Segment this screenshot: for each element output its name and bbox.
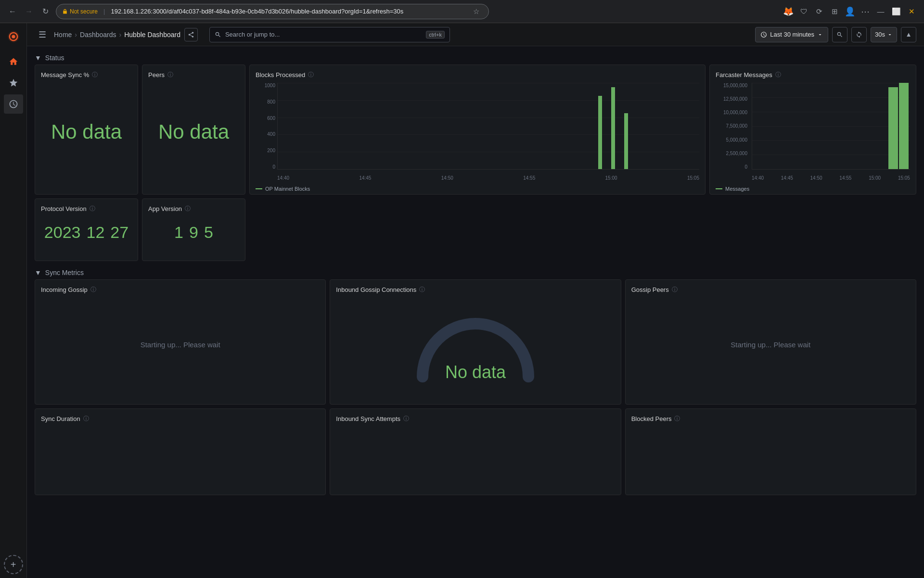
app-version-header: App Version ⓘ bbox=[148, 205, 239, 213]
message-sync-info-icon[interactable]: ⓘ bbox=[92, 71, 98, 79]
inbound-sync-attempts-header: Inbound Sync Attempts ⓘ bbox=[336, 415, 615, 423]
sidebar-item-star[interactable] bbox=[4, 73, 23, 92]
peers-panel: Peers ⓘ No data bbox=[142, 65, 245, 195]
profile-icon[interactable]: 👤 bbox=[843, 5, 857, 18]
refresh-button[interactable]: ↻ bbox=[38, 5, 52, 18]
breadcrumb-separator-2: › bbox=[119, 31, 122, 39]
status-section-header[interactable]: ▼ Status bbox=[35, 50, 916, 65]
inbound-gossip-title: Inbound Gossip Connections bbox=[336, 286, 416, 293]
grafana-search[interactable]: Search or jump to... ctrl+k bbox=[209, 27, 450, 42]
refresh-rate-label: 30s bbox=[875, 31, 885, 38]
zoom-out-button[interactable] bbox=[832, 27, 847, 42]
refresh-sync-button[interactable] bbox=[851, 27, 867, 42]
app-version-panel: App Version ⓘ 1 9 5 bbox=[142, 198, 245, 261]
ext-icon-3[interactable]: ⟳ bbox=[812, 5, 826, 18]
collapse-rows-button[interactable]: ▲ bbox=[901, 27, 916, 42]
peers-info-icon[interactable]: ⓘ bbox=[167, 71, 173, 79]
status-chevron: ▼ bbox=[35, 54, 41, 62]
blocks-processed-header: Blocks Processed ⓘ bbox=[256, 71, 699, 79]
inbound-gossip-value: No data bbox=[445, 362, 506, 382]
app-version-value: 1 9 5 bbox=[148, 217, 239, 248]
ext-icon-1[interactable]: 🦊 bbox=[782, 5, 795, 18]
top-bar: ☰ Home › Dashboards › Hubble Dashboard S… bbox=[27, 23, 924, 46]
blocks-legend-color bbox=[256, 188, 262, 189]
blocks-chart-legend: OP Mainnet Blocks bbox=[256, 184, 699, 192]
breadcrumb-separator-1: › bbox=[75, 31, 77, 39]
farcaster-chart-x-labels: 14:40 14:45 14:50 14:55 15:00 15:05 bbox=[752, 172, 910, 184]
peers-header: Peers ⓘ bbox=[148, 71, 239, 79]
dashboard-area: ▼ Status Message Sync % ⓘ No data Peers bbox=[27, 46, 924, 578]
url-bar[interactable]: Not secure | 192.168.1.226:3000/d/af04c0… bbox=[56, 4, 489, 19]
inbound-gossip-gauge: No data bbox=[336, 298, 615, 394]
gossip-peers-info-icon[interactable]: ⓘ bbox=[672, 286, 678, 294]
sidebar-add-button[interactable]: + bbox=[4, 555, 23, 574]
back-button[interactable]: ← bbox=[6, 5, 19, 18]
maximize-button[interactable]: ⬜ bbox=[889, 5, 903, 18]
message-sync-value: No data bbox=[41, 83, 132, 181]
browser-actions: 🦊 🛡 ⟳ ⊞ 👤 ⋯ — ⬜ ✕ bbox=[782, 5, 918, 18]
search-shortcut: ctrl+k bbox=[426, 31, 445, 39]
sidebar: + bbox=[0, 23, 27, 578]
minimize-button[interactable]: — bbox=[874, 5, 887, 18]
incoming-gossip-title: Incoming Gossip bbox=[41, 286, 88, 293]
farcaster-chart-bars bbox=[752, 83, 910, 169]
farcaster-legend-label: Messages bbox=[725, 186, 749, 192]
blocks-processed-panel: Blocks Processed ⓘ 1000 800 600 400 200 … bbox=[249, 65, 706, 195]
farcaster-legend-color bbox=[716, 188, 722, 189]
inbound-gossip-info-icon[interactable]: ⓘ bbox=[419, 286, 425, 294]
blocks-processed-info-icon[interactable]: ⓘ bbox=[308, 71, 314, 79]
incoming-gossip-info-icon[interactable]: ⓘ bbox=[90, 286, 96, 294]
blocked-peers-info-icon[interactable]: ⓘ bbox=[674, 415, 680, 423]
sync-metrics-label: Sync Metrics bbox=[45, 269, 84, 276]
farcaster-info-icon[interactable]: ⓘ bbox=[775, 71, 781, 79]
hamburger-button[interactable]: ☰ bbox=[35, 27, 50, 42]
breadcrumb-home[interactable]: Home bbox=[54, 31, 72, 39]
url-text: 192.168.1.226:3000/d/af04c037-bd8f-484a-… bbox=[111, 8, 403, 15]
ext-icon-4[interactable]: ⊞ bbox=[828, 5, 841, 18]
search-placeholder: Search or jump to... bbox=[225, 31, 280, 38]
grafana-shell: + ☰ Home › Dashboards › Hubble Dashboard… bbox=[0, 23, 924, 578]
sync-duration-header: Sync Duration ⓘ bbox=[41, 415, 320, 423]
sidebar-item-clock[interactable] bbox=[4, 94, 23, 114]
protocol-version-value: 2023 12 27 bbox=[41, 217, 132, 248]
sync-duration-title: Sync Duration bbox=[41, 415, 80, 422]
incoming-gossip-header: Incoming Gossip ⓘ bbox=[41, 286, 320, 294]
top-bar-right: Last 30 minutes 30s ▲ bbox=[755, 27, 916, 42]
sync-metrics-row-2: Sync Duration ⓘ Inbound Sync Attempts ⓘ … bbox=[35, 408, 916, 495]
gossip-peers-panel: Gossip Peers ⓘ Starting up... Please wai… bbox=[625, 279, 916, 405]
status-row-1: Message Sync % ⓘ No data Peers ⓘ No data bbox=[35, 65, 916, 195]
forward-button[interactable]: → bbox=[22, 5, 36, 18]
bookmark-button[interactable]: ☆ bbox=[469, 5, 483, 18]
sidebar-item-home[interactable] bbox=[4, 52, 23, 71]
app-version-info-icon[interactable]: ⓘ bbox=[185, 205, 191, 213]
blocked-peers-panel: Blocked Peers ⓘ bbox=[625, 408, 916, 495]
farcaster-messages-panel: Farcaster Messages ⓘ 15,000,000 12,500,0… bbox=[709, 65, 916, 195]
gossip-peers-status: Starting up... Please wait bbox=[631, 298, 910, 391]
time-range-button[interactable]: Last 30 minutes bbox=[755, 27, 828, 42]
share-button[interactable] bbox=[184, 28, 198, 41]
blocks-chart-x-labels: 14:40 14:45 14:50 14:55 15:00 15:05 bbox=[277, 172, 699, 184]
app-version-title: App Version bbox=[148, 205, 182, 212]
protocol-version-info-icon[interactable]: ⓘ bbox=[90, 205, 95, 213]
refresh-rate-button[interactable]: 30s bbox=[871, 27, 897, 42]
inbound-sync-attempts-title: Inbound Sync Attempts bbox=[336, 415, 400, 422]
sync-metrics-section-header[interactable]: ▼ Sync Metrics bbox=[35, 265, 916, 279]
breadcrumb-dashboards[interactable]: Dashboards bbox=[80, 31, 116, 39]
sync-duration-info-icon[interactable]: ⓘ bbox=[83, 415, 89, 423]
message-sync-header: Message Sync % ⓘ bbox=[41, 71, 132, 79]
more-menu-button[interactable]: ⋯ bbox=[859, 5, 872, 18]
svg-point-1 bbox=[12, 35, 15, 39]
grafana-logo[interactable] bbox=[4, 27, 23, 46]
gossip-peers-header: Gossip Peers ⓘ bbox=[631, 286, 910, 294]
blocked-peers-header: Blocked Peers ⓘ bbox=[631, 415, 910, 423]
gossip-peers-title: Gossip Peers bbox=[631, 286, 669, 293]
ext-icon-2[interactable]: 🛡 bbox=[797, 5, 810, 18]
inbound-gossip-header: Inbound Gossip Connections ⓘ bbox=[336, 286, 615, 294]
farcaster-chart-legend: Messages bbox=[716, 184, 910, 192]
blocks-chart-bars bbox=[278, 83, 699, 169]
message-sync-title: Message Sync % bbox=[41, 71, 89, 79]
sync-metrics-chevron: ▼ bbox=[35, 269, 41, 276]
status-row-2: Protocol Version ⓘ 2023 12 27 App Versio… bbox=[35, 198, 916, 261]
close-button[interactable]: ✕ bbox=[905, 5, 918, 18]
inbound-sync-attempts-info-icon[interactable]: ⓘ bbox=[403, 415, 409, 423]
